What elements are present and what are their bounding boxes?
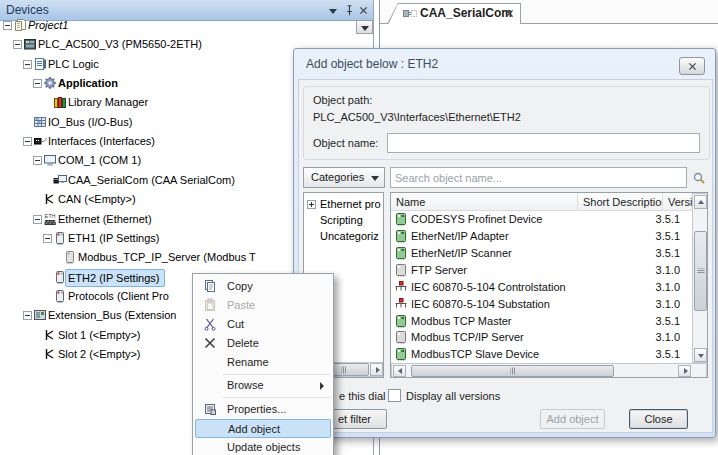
column-header-name[interactable]: Name	[391, 193, 578, 211]
menu-item-paste[interactable]: Paste	[195, 296, 331, 315]
tab-close-icon[interactable]	[504, 8, 515, 19]
green-device-icon	[394, 246, 408, 260]
menu-item-add-object[interactable]: Add object	[195, 419, 331, 438]
scroll-thumb[interactable]	[411, 365, 614, 377]
expander-minus-icon[interactable]	[3, 21, 12, 30]
menu-item-properties[interactable]: Properties...	[195, 400, 331, 419]
serial-device-icon	[403, 7, 417, 21]
category-item-uncategorized[interactable]: Uncategoriz	[304, 229, 383, 244]
interfaces-icon	[33, 134, 47, 148]
clipped-checkbox-label: e this dial	[339, 390, 385, 402]
search-icon[interactable]	[692, 171, 706, 185]
chevron-down-icon	[371, 176, 379, 181]
table-row[interactable]: IEC 60870-5-104 Substation 3.1.0	[391, 296, 693, 313]
application-gear-icon	[43, 76, 57, 90]
eth-device-icon	[53, 231, 67, 245]
copy-icon	[203, 279, 217, 293]
scroll-right-button[interactable]	[678, 365, 691, 377]
expander-minus-icon[interactable]	[33, 156, 42, 165]
green-device-icon	[394, 347, 408, 361]
menu-separator	[223, 397, 330, 398]
context-menu: Copy Paste Cut Delete Rename Browse Prop…	[192, 273, 334, 455]
submenu-arrow-icon	[320, 382, 324, 390]
category-item-scripting[interactable]: Scripting	[304, 213, 383, 228]
paste-icon	[203, 298, 217, 312]
scroll-thumb[interactable]	[694, 231, 707, 311]
scroll-left-button[interactable]	[393, 365, 406, 377]
display-all-versions-label: Display all versions	[406, 390, 500, 402]
expander-minus-icon[interactable]	[13, 40, 22, 49]
search-input[interactable]	[390, 167, 687, 188]
plc-icon	[23, 37, 37, 51]
eth-device-icon	[53, 289, 67, 303]
tab-caa-serialcom[interactable]: CAA_SerialCom	[387, 3, 521, 24]
table-row[interactable]: EtherNet/IP Scanner 3.5.1	[391, 245, 693, 262]
add-object-button[interactable]: Add object	[540, 409, 605, 429]
expander-minus-icon[interactable]	[23, 137, 32, 146]
menu-item-cut[interactable]: Cut	[195, 315, 331, 334]
expander-plus-icon[interactable]	[307, 200, 316, 209]
expander-minus-icon[interactable]	[43, 234, 52, 243]
chevron-down-icon	[329, 9, 337, 14]
object-name-label: Object name:	[313, 137, 378, 149]
object-name-input[interactable]	[387, 133, 700, 153]
plc-logic-icon	[33, 57, 47, 71]
cut-icon	[203, 317, 217, 331]
triangle-right-icon	[684, 368, 688, 374]
category-item-ethernet[interactable]: Ethernet pro	[304, 197, 383, 212]
expander-minus-icon[interactable]	[23, 60, 32, 69]
scroll-right-button[interactable]	[370, 363, 383, 376]
project-icon	[13, 18, 27, 32]
iec-network-icon	[394, 280, 408, 294]
connector-icon	[43, 328, 57, 342]
menu-item-browse[interactable]: Browse	[195, 376, 331, 395]
library-manager-icon	[53, 95, 67, 109]
column-header-version[interactable]: Versi	[663, 193, 693, 211]
menu-item-copy[interactable]: Copy	[195, 277, 331, 296]
expander-minus-icon[interactable]	[33, 79, 42, 88]
ethernet-icon	[43, 212, 57, 226]
table-vscrollbar[interactable]	[692, 193, 708, 363]
table-row[interactable]: Modbus TCP/IP Server 3.1.0	[391, 329, 693, 346]
expander-minus-icon[interactable]	[33, 215, 42, 224]
dialog-close-button[interactable]	[679, 57, 705, 75]
table-row[interactable]: EtherNet/IP Adapter 3.5.1	[391, 228, 693, 245]
dialog-title: Add object below : ETH2	[306, 57, 438, 71]
object-path-label: Object path:	[313, 94, 372, 106]
triangle-down-icon	[698, 354, 704, 358]
display-all-versions-checkbox[interactable]	[388, 389, 401, 402]
close-icon[interactable]	[358, 5, 369, 16]
add-object-dialog: Add object below : ETH2 Object path: PLC…	[293, 48, 716, 438]
table-row[interactable]: ModbusTCP Slave Device 3.5.1	[391, 346, 693, 363]
green-device-icon	[394, 212, 408, 226]
menu-item-rename[interactable]: Rename	[195, 353, 331, 372]
modbus-server-icon	[63, 250, 77, 264]
scroll-up-button[interactable]	[694, 195, 707, 209]
triangle-up-icon	[698, 200, 704, 204]
table-row[interactable]: CODESYS Profinet Device 3.5.1	[391, 211, 693, 228]
application-window: ETH CAA_SerialCom Devices	[0, 0, 718, 455]
close-button[interactable]: Close	[629, 409, 688, 429]
menu-item-update-objects[interactable]: Update objects	[195, 438, 331, 455]
table-row[interactable]: IEC 60870-5-104 Controlstation 3.1.0	[391, 279, 693, 296]
gray-device-icon	[394, 263, 408, 277]
scroll-down-button[interactable]	[694, 348, 707, 362]
triangle-left-icon	[398, 368, 402, 374]
panel-title: Devices	[6, 3, 49, 17]
menu-item-delete[interactable]: Delete	[195, 334, 331, 353]
expander-minus-icon[interactable]	[23, 311, 32, 320]
table-hscrollbar[interactable]	[391, 363, 707, 378]
column-header-short-description[interactable]: Short Description	[578, 193, 663, 211]
table-row[interactable]: Modbus TCP Master 3.5.1	[391, 313, 693, 330]
tree-item-project[interactable]: Project1	[0, 16, 374, 35]
table-row[interactable]: FTP Server 3.1.0	[391, 262, 693, 279]
serialcom-icon	[53, 173, 67, 187]
categories-dropdown[interactable]: Categories	[303, 167, 385, 188]
com-port-icon	[43, 153, 57, 167]
dialog-body: Object path: PLC_AC500_V3\Interfaces\Eth…	[298, 79, 713, 433]
object-path-value: PLC_AC500_V3\Interfaces\Ethernet\ETH2	[313, 111, 521, 123]
close-icon	[687, 61, 698, 72]
triangle-right-icon	[376, 367, 380, 373]
gray-device-icon	[394, 330, 408, 344]
menu-separator	[223, 374, 330, 375]
